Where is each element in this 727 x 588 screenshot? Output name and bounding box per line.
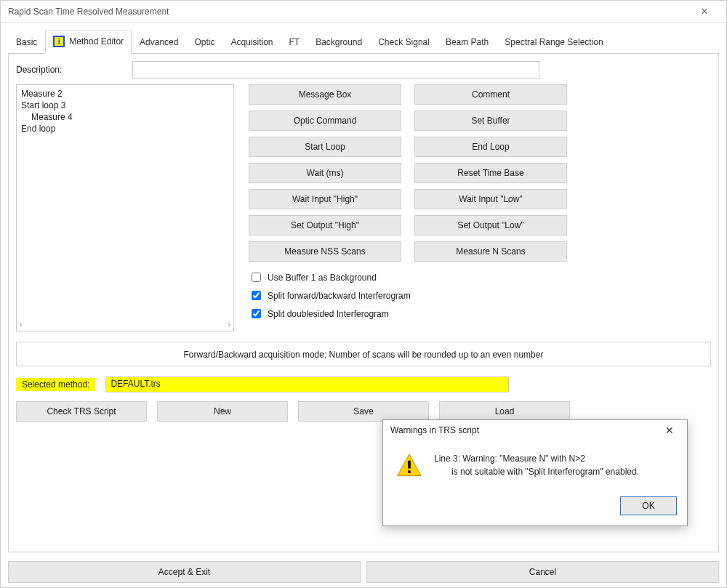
command-column: Message Box Comment Optic Command Set Bu… <box>249 84 567 331</box>
btn-label: Set Output "High" <box>291 220 359 230</box>
check-split-fwd-bwd[interactable]: Split forward/backward Interferogram <box>249 289 567 302</box>
cmd-start-loop[interactable]: Start Loop <box>249 137 401 157</box>
btn-label: Start Loop <box>305 142 345 152</box>
cmd-wait-ms[interactable]: Wait (ms) <box>249 163 401 183</box>
check-use-buffer1-bg[interactable]: Use Buffer 1 as Background <box>249 270 567 284</box>
bottom-bar: Accept & Exit Cancel <box>8 561 719 583</box>
checkbox[interactable] <box>252 273 261 282</box>
btn-label: Wait (ms) <box>307 168 344 178</box>
dialog-title: Warnings in TRS script <box>390 425 479 435</box>
dialog-titlebar: Warnings in TRS script ✕ <box>383 420 687 440</box>
checkbox-label: Split doublesided Interferogram <box>268 309 389 319</box>
tab-label: Advanced <box>140 37 178 47</box>
cmd-wait-input-high[interactable]: Wait Input "High" <box>249 189 401 209</box>
check-trs-script-button[interactable]: Check TRS Script <box>16 401 147 422</box>
dialog-line2: is not suitable with "Split Interferogra… <box>434 465 639 478</box>
tab-ft[interactable]: FT <box>281 32 308 53</box>
btn-label: Measure N Scans <box>456 246 525 257</box>
btn-label: Save <box>353 406 373 416</box>
scroll-left-icon[interactable]: ‹ <box>20 318 23 330</box>
titlebar: Rapid Scan Time Resolved Measurement × <box>1 1 726 23</box>
script-line[interactable]: Measure 4 <box>21 111 229 123</box>
btn-label: Check TRS Script <box>47 406 116 416</box>
check-split-doublesided[interactable]: Split doublesided Interferogram <box>249 307 567 321</box>
tab-label: Beam Path <box>446 37 489 47</box>
cmd-comment[interactable]: Comment <box>414 84 567 105</box>
cmd-message-box[interactable]: Message Box <box>249 84 401 105</box>
dialog-line1: Line 3: Warning: "Measure N" with N>2 <box>434 452 639 465</box>
btn-label: Set Output "Low" <box>457 220 523 230</box>
accept-exit-button[interactable]: Accept & Exit <box>8 561 361 583</box>
script-line[interactable]: Measure 2 <box>21 88 229 100</box>
load-button[interactable]: Load <box>439 401 570 422</box>
description-row: Description: <box>16 61 711 78</box>
close-icon[interactable]: ✕ <box>659 424 680 436</box>
tab-method-editor[interactable]: i Method Editor <box>45 31 132 54</box>
btn-label: Wait Input "Low" <box>459 194 522 204</box>
selected-method-value: DEFAULT.trs <box>111 379 160 389</box>
selected-method-label: Selected method: <box>16 378 95 391</box>
tab-check-signal[interactable]: Check Signal <box>370 32 438 53</box>
script-actions: Check TRS Script New Save Load <box>16 401 711 422</box>
cmd-reset-time-base[interactable]: Reset Time Base <box>414 163 567 183</box>
script-line[interactable]: Start loop 3 <box>21 100 229 111</box>
tab-spectral-range[interactable]: Spectral Range Selection <box>497 32 611 53</box>
script-listbox[interactable]: Measure 2 Start loop 3 Measure 4 End loo… <box>16 84 234 331</box>
cmd-wait-input-low[interactable]: Wait Input "Low" <box>414 189 567 209</box>
cmd-measure-n-scans[interactable]: Measure N Scans <box>414 241 567 262</box>
save-button[interactable]: Save <box>298 401 429 422</box>
ok-button[interactable]: OK <box>620 496 677 515</box>
main-window: Rapid Scan Time Resolved Measurement × B… <box>0 0 727 588</box>
note-text: Forward/Backward acquisition mode: Numbe… <box>184 350 544 360</box>
tab-label: Method Editor <box>69 36 124 47</box>
tab-acquisition[interactable]: Acquisition <box>222 32 281 53</box>
btn-label: End Loop <box>472 142 509 152</box>
scroll-right-icon[interactable]: › <box>228 318 230 330</box>
checkbox[interactable] <box>252 309 261 318</box>
btn-label: OK <box>642 501 654 511</box>
new-button[interactable]: New <box>157 401 288 422</box>
tab-optic[interactable]: Optic <box>186 32 222 53</box>
tab-label: Optic <box>194 37 214 47</box>
svg-rect-2 <box>408 470 411 473</box>
close-icon[interactable]: × <box>690 1 719 23</box>
btn-label: Accept & Exit <box>158 567 210 577</box>
checkbox-label: Split forward/backward Interferogram <box>268 291 411 301</box>
btn-label: Comment <box>472 89 510 100</box>
btn-label: Load <box>495 406 515 416</box>
cmd-set-buffer[interactable]: Set Buffer <box>414 110 567 131</box>
cmd-measure-nss-scans[interactable]: Measure NSS Scans <box>249 241 401 262</box>
command-grid: Message Box Comment Optic Command Set Bu… <box>249 84 567 263</box>
dialog-body: Line 3: Warning: "Measure N" with N>2 is… <box>383 440 687 485</box>
checkbox-group: Use Buffer 1 as Background Split forward… <box>249 270 567 321</box>
btn-label: New <box>214 406 231 416</box>
btn-label: Optic Command <box>294 116 357 126</box>
tab-label: Acquisition <box>230 37 273 47</box>
btn-label: Reset Time Base <box>457 168 523 178</box>
warning-icon <box>396 452 422 480</box>
cmd-set-output-low[interactable]: Set Output "Low" <box>414 215 567 235</box>
tab-label: Background <box>316 37 362 47</box>
horizontal-scrollbar[interactable]: ‹ › <box>20 319 230 329</box>
selected-method-row: Selected method: DEFAULT.trs <box>16 376 711 392</box>
tab-advanced[interactable]: Advanced <box>132 32 186 53</box>
checkbox-label: Use Buffer 1 as Background <box>268 273 377 283</box>
cmd-end-loop[interactable]: End Loop <box>414 137 567 157</box>
tab-beam-path[interactable]: Beam Path <box>438 32 497 53</box>
svg-rect-1 <box>408 461 411 469</box>
cancel-button[interactable]: Cancel <box>366 561 719 583</box>
tab-basic[interactable]: Basic <box>8 32 45 53</box>
selected-method-field[interactable]: DEFAULT.trs <box>105 376 509 392</box>
editor-mid: Measure 2 Start loop 3 Measure 4 End loo… <box>16 84 711 331</box>
dialog-text: Line 3: Warning: "Measure N" with N>2 is… <box>434 452 639 480</box>
script-line[interactable]: End loop <box>21 123 229 134</box>
description-input[interactable] <box>132 61 539 78</box>
btn-label: Cancel <box>529 567 556 577</box>
checkbox[interactable] <box>252 291 261 300</box>
cmd-set-output-high[interactable]: Set Output "High" <box>249 215 401 235</box>
btn-label: Message Box <box>299 89 352 100</box>
cmd-optic-command[interactable]: Optic Command <box>249 110 401 131</box>
window-title: Rapid Scan Time Resolved Measurement <box>8 1 169 23</box>
tab-background[interactable]: Background <box>308 32 370 53</box>
info-icon: i <box>53 36 65 47</box>
